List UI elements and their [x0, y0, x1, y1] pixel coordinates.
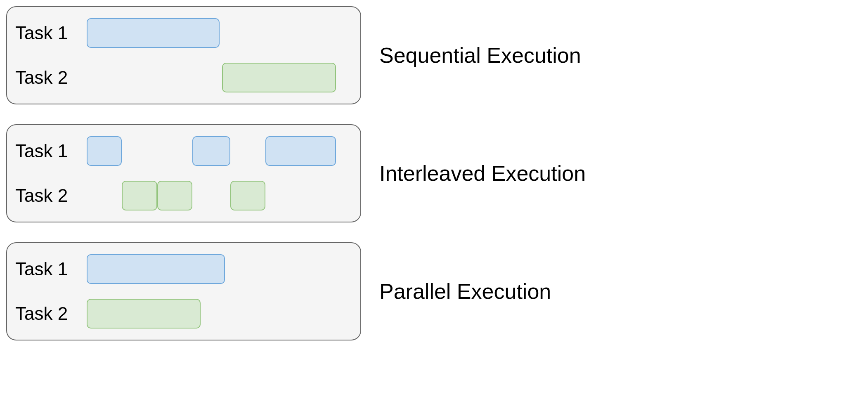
panel-title: Sequential Execution: [379, 43, 581, 68]
task-bar-green: [222, 63, 336, 92]
task-row: Task 1: [15, 132, 352, 170]
task-bar-green: [230, 181, 265, 210]
task-row: Task 1: [15, 251, 352, 288]
task-row: Task 2: [15, 177, 352, 214]
task-label: Task 1: [15, 23, 81, 43]
task-label: Task 1: [15, 259, 81, 279]
task-timeline: [81, 181, 352, 210]
execution-panel: Task 1Task 2: [6, 124, 361, 222]
task-row: Task 1: [15, 14, 352, 52]
panel-title: Parallel Execution: [379, 279, 551, 304]
execution-diagram: Task 1Task 2Sequential ExecutionTask 1Ta…: [6, 6, 862, 340]
diagram-row: Task 1Task 2Interleaved Execution: [6, 124, 862, 222]
diagram-row: Task 1Task 2Parallel Execution: [6, 242, 862, 340]
task-label: Task 1: [15, 141, 81, 161]
task-timeline: [81, 18, 352, 48]
task-timeline: [81, 254, 352, 284]
task-label: Task 2: [15, 67, 81, 88]
task-label: Task 2: [15, 303, 81, 324]
task-bar-green: [87, 299, 201, 329]
execution-panel: Task 1Task 2: [6, 242, 361, 340]
task-bar-blue: [87, 18, 219, 48]
execution-panel: Task 1Task 2: [6, 6, 361, 104]
task-bar-green: [157, 181, 192, 210]
diagram-row: Task 1Task 2Sequential Execution: [6, 6, 862, 104]
panel-title: Interleaved Execution: [379, 161, 586, 186]
task-row: Task 2: [15, 59, 352, 96]
task-timeline: [81, 299, 352, 329]
task-bar-blue: [87, 254, 225, 284]
task-label: Task 2: [15, 185, 81, 206]
task-bar-green: [122, 181, 157, 210]
task-row: Task 2: [15, 295, 352, 332]
task-bar-blue: [87, 136, 122, 166]
task-bar-blue: [265, 136, 336, 166]
task-timeline: [81, 136, 352, 166]
task-timeline: [81, 63, 352, 92]
task-bar-blue: [192, 136, 230, 166]
